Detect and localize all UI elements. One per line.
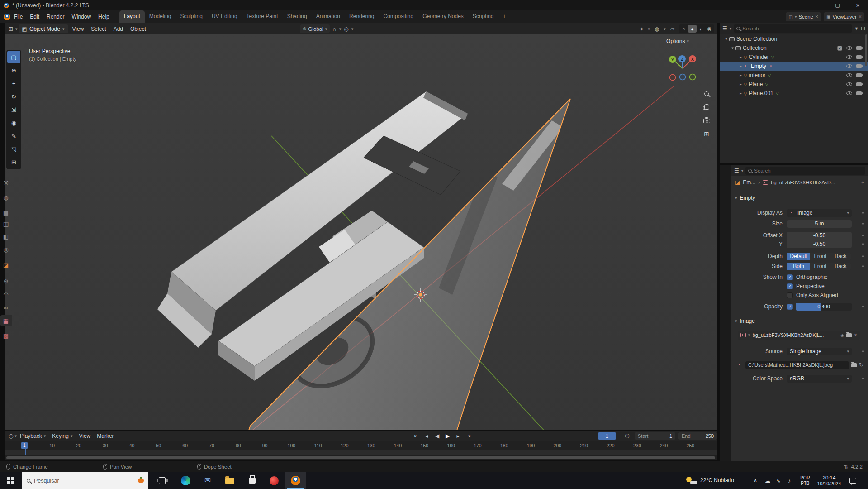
expand-arrow-icon[interactable]: ▸ [738, 55, 744, 59]
tab-world[interactable]: ◎ [0, 244, 12, 255]
jump-to-end-button[interactable]: ⇥ [464, 432, 473, 440]
menu-add[interactable]: Add [110, 26, 126, 32]
shading-material-icon[interactable]: ◐ [697, 25, 705, 33]
browse-file-folder-icon[interactable] [851, 363, 857, 367]
taskbar-search-input[interactable] [34, 478, 134, 484]
depth-back-button[interactable]: Back [830, 253, 851, 260]
tab-uv-editing[interactable]: UV Editing [207, 10, 242, 23]
snap-magnet-icon[interactable]: ∩ [331, 26, 338, 32]
animate-dot[interactable] [862, 255, 864, 257]
tab-compositing[interactable]: Compositing [379, 10, 418, 23]
tab-animation[interactable]: Animation [312, 10, 345, 23]
viewport-3d[interactable]: User Perspective (1) Collection | Empty … [5, 34, 717, 430]
orthographic-checkbox[interactable]: ✓ [787, 274, 793, 280]
tool-annotate[interactable]: ✎ [7, 129, 20, 142]
animate-dot[interactable] [862, 306, 864, 307]
side-back-button[interactable]: Back [830, 263, 851, 270]
edge-button[interactable] [175, 472, 196, 489]
store-button[interactable] [241, 472, 263, 489]
close-button[interactable]: × [848, 0, 868, 10]
gizmo-y-neg-axis[interactable] [690, 74, 696, 80]
tray-network-button[interactable]: ∿ [773, 472, 783, 489]
mode-selector[interactable]: ◩ Object Mode ▾ [19, 24, 68, 33]
colorspace-dropdown[interactable]: sRGB ▾ [787, 375, 852, 383]
outliner-row-interior[interactable]: ▸ ▽ interior ▽ [720, 71, 868, 80]
next-keyframe-button[interactable]: ▸ [453, 432, 463, 440]
unlink-image-icon[interactable]: × [854, 332, 857, 338]
properties-search-input[interactable] [754, 168, 863, 173]
source-dropdown[interactable]: Single Image ▾ [787, 348, 852, 355]
tool-move[interactable]: + [7, 77, 20, 90]
timeline-ruler[interactable]: 1 10 20 30 40 50 60 70 80 90 100 110 120… [5, 441, 717, 450]
menu-render[interactable]: Render [43, 10, 68, 23]
gizmo-x-neg-axis[interactable] [670, 75, 676, 81]
side-front-button[interactable]: Front [810, 263, 830, 270]
tab-texture[interactable]: ▩ [0, 330, 12, 341]
blender-taskbar-button[interactable] [285, 472, 306, 489]
browse-image-chevron-icon[interactable]: ▾ [748, 333, 750, 337]
tool-rotate[interactable]: ↻ [7, 90, 20, 103]
tool-cursor[interactable]: ⊕ [7, 64, 20, 77]
menu-select[interactable]: Select [88, 26, 109, 32]
timeline-scrollbar[interactable] [5, 455, 717, 460]
shading-solid-icon[interactable]: ● [688, 25, 697, 33]
clock[interactable]: 20:14 10/10/2024 [814, 472, 844, 489]
outliner-row-scene-collection[interactable]: ▾ Scene Collection [720, 34, 868, 43]
viewlayer-selector[interactable]: ▣ ViewLayer × [824, 12, 864, 21]
hide-in-viewport-icon[interactable] [846, 55, 852, 59]
animate-dot[interactable] [862, 243, 864, 245]
fake-user-shield-icon[interactable]: ◈ [840, 333, 844, 338]
tab-layout[interactable]: Layout [119, 10, 145, 23]
outliner-row-plane[interactable]: ▸ ▽ Plane ▽ [720, 80, 868, 89]
task-view-button[interactable] [151, 472, 173, 489]
breadcrumb-object[interactable]: Em... [743, 179, 755, 186]
menu-view[interactable]: View [69, 26, 87, 32]
side-both-button[interactable]: Both [787, 263, 810, 270]
action-center-button[interactable] [845, 472, 860, 489]
panel-empty-header[interactable]: ▾ Empty [731, 194, 868, 202]
menu-window[interactable]: Window [68, 10, 95, 23]
tab-constraints[interactable]: ∞ [0, 302, 12, 313]
perspective-checkbox[interactable]: ✓ [787, 283, 793, 289]
file-explorer-button[interactable] [219, 472, 241, 489]
outliner-search-input[interactable] [742, 26, 849, 31]
depth-default-button[interactable]: Default [787, 253, 810, 260]
tab-object[interactable]: ◪ [0, 259, 12, 270]
offset-y-field[interactable]: -0.50 [787, 240, 852, 248]
tab-shading[interactable]: Shading [283, 10, 312, 23]
unlink-scene-icon[interactable]: × [815, 14, 818, 20]
proportional-edit-icon[interactable]: ◎ [342, 26, 350, 32]
tab-sculpting[interactable]: Sculpting [176, 10, 207, 23]
animate-dot[interactable] [862, 378, 864, 379]
menu-keying[interactable]: Keying▾ [49, 433, 76, 439]
auto-keying-icon[interactable]: ◷ [623, 432, 631, 439]
image-datablock-field[interactable]: ▾ bg_uLzbF3VSXHKBh2AsDKjL... ◈ × [738, 331, 860, 340]
jump-to-start-button[interactable]: ⇤ [412, 432, 421, 440]
gizmo-z-neg-axis[interactable] [680, 74, 686, 80]
toggle-ortho-button[interactable]: ⊞ [702, 129, 711, 139]
expand-arrow-icon[interactable]: ▸ [738, 73, 744, 77]
frame-end-field[interactable]: End 250 [678, 432, 717, 440]
outliner-editor-icon[interactable]: ☰ [722, 25, 727, 32]
expand-arrow-icon[interactable]: ▾ [723, 37, 729, 41]
expand-arrow-icon[interactable]: ▸ [738, 82, 744, 86]
tool-measure[interactable]: ◹ [7, 143, 20, 155]
only-axis-checkbox[interactable] [787, 292, 793, 298]
disable-in-render-icon[interactable] [856, 46, 862, 50]
outliner-scrollbar[interactable] [865, 34, 867, 66]
prev-keyframe-button[interactable]: ◂ [422, 432, 432, 440]
blender-menu-icon[interactable] [4, 14, 10, 20]
start-button[interactable] [0, 472, 22, 489]
menu-help[interactable]: Help [95, 10, 113, 23]
tab-view-layer[interactable]: ◫ [0, 218, 12, 229]
reload-image-icon[interactable]: ↻ [859, 362, 863, 368]
tool-select-box[interactable]: ▢ [7, 51, 20, 63]
shading-wireframe-icon[interactable]: ○ [679, 25, 688, 33]
hide-in-viewport-icon[interactable] [846, 64, 852, 68]
navigation-gizmo[interactable]: Y Z X [666, 52, 699, 85]
maximize-button[interactable]: ▢ [827, 0, 848, 10]
proportional-chevron-icon[interactable]: ▾ [351, 27, 354, 31]
hide-in-viewport-icon[interactable] [846, 46, 852, 50]
move-view-button[interactable] [702, 102, 711, 112]
expand-arrow-icon[interactable]: ▸ [738, 64, 744, 68]
